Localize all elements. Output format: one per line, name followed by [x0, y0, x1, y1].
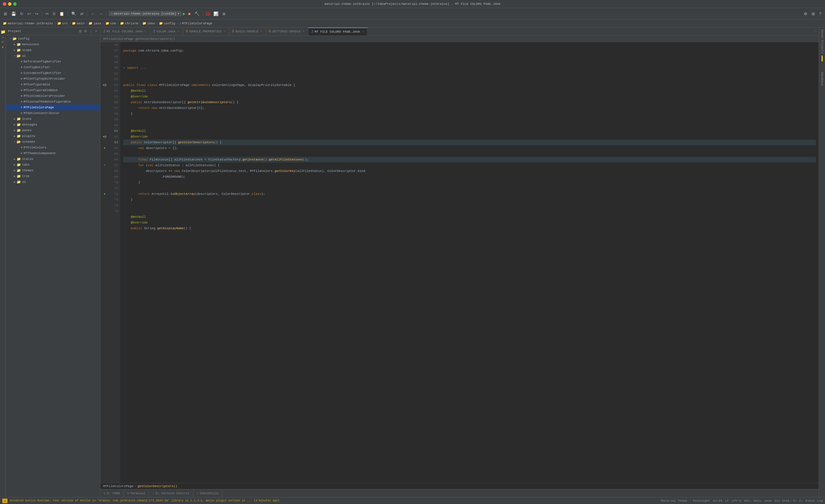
- run-button[interactable]: ▶: [183, 11, 185, 17]
- save-button[interactable]: 💾: [10, 11, 17, 17]
- tree-item-tree[interactable]: ▶ 📁 tree: [6, 173, 100, 179]
- window-controls[interactable]: [3, 2, 17, 6]
- tree-item-tabs[interactable]: ▶ 📁 tabs: [6, 162, 100, 168]
- debug-button[interactable]: 🐞: [205, 11, 211, 17]
- tree-item-before-config[interactable]: ● BeforeConfigNotifier: [6, 59, 100, 65]
- status-event-log[interactable]: Event Log: [806, 499, 823, 503]
- tab-close-build-gradle[interactable]: ×: [260, 30, 263, 33]
- bc-main[interactable]: 📁 main: [72, 21, 84, 25]
- maximize-button[interactable]: [13, 2, 17, 6]
- bc-idea[interactable]: 📁 idea: [142, 21, 155, 25]
- tree-item-mt-configurable-base[interactable]: ● MTConfigurableBase: [6, 87, 100, 93]
- tree-item-config[interactable]: ▾ 📂 config: [6, 36, 100, 42]
- tab-settings-gradle[interactable]: G SETTINGS.GRADLE ×: [266, 28, 308, 35]
- build-button[interactable]: 🔨: [193, 11, 201, 17]
- run-config[interactable]: ⊙ material-theme-jetbrains [runIde] ▾: [108, 11, 181, 16]
- bottom-tab-terminal[interactable]: ⌨ Terminal: [124, 489, 149, 497]
- tree-item-mt-option-contributor[interactable]: ● MTOptionContributor: [6, 110, 100, 116]
- bc-src[interactable]: 📁 src: [57, 21, 68, 25]
- bottom-tab-checkstyle[interactable]: ✓ CheckStyle: [194, 489, 223, 497]
- status-git[interactable]: Git: docs: [744, 499, 761, 503]
- tree-item-mt-themes-component[interactable]: ● MTThemesComponent: [6, 150, 100, 156]
- bc-java[interactable]: 📁 java: [88, 21, 101, 25]
- close-button[interactable]: [3, 2, 6, 6]
- status-git-stat[interactable]: Git Stat: 5↑ 2↓: [774, 499, 803, 503]
- bc-config[interactable]: 📁 config: [159, 21, 175, 25]
- favorites-icon[interactable]: ★: [0, 44, 5, 50]
- tab-close-settings-gradle[interactable]: ×: [302, 30, 305, 33]
- tab-mt-file-colors-java[interactable]: J MT FILE COLORS.JAVA ×: [100, 28, 150, 35]
- tree-item-ui[interactable]: ▾ 📂 ui: [6, 53, 100, 59]
- project-layout-btn[interactable]: ⊞: [78, 29, 82, 34]
- database-icon[interactable]: Database: [820, 71, 824, 86]
- sync-button[interactable]: ↻: [19, 11, 25, 17]
- tree-item-schemes[interactable]: ▾ 📂 schemes: [6, 139, 100, 145]
- forward-button[interactable]: →: [97, 11, 104, 17]
- search-button[interactable]: 🔍: [70, 11, 78, 17]
- status-java[interactable]: Java: [764, 499, 771, 503]
- tree-item-mt-custom-colors[interactable]: ● MTCustomColorsProvider: [6, 93, 100, 99]
- bc-com[interactable]: 📁 com: [105, 21, 116, 25]
- tab-build-gradle[interactable]: G BUILD.GRADLE ×: [229, 28, 266, 35]
- tree-item-ui-bottom[interactable]: ▶ 📁 ui: [6, 179, 100, 185]
- bc-root[interactable]: 📁 material-theme-jetbrains: [3, 21, 53, 25]
- tree-item-mt-config-top[interactable]: ● MTConfigTopHitProvider: [6, 76, 100, 82]
- settings-button[interactable]: ⚙: [802, 11, 809, 17]
- tab-close-gradle-props[interactable]: ×: [223, 30, 226, 33]
- cut-button[interactable]: ✂: [44, 11, 51, 17]
- undo-button[interactable]: ↩: [26, 11, 32, 17]
- tree-item-messages[interactable]: ▶ 📁 messages: [6, 122, 100, 128]
- status-theme[interactable]: Material Theme - Palenight: [661, 499, 710, 503]
- tab-overflow-btn[interactable]: ⋮: [811, 29, 819, 35]
- back-button[interactable]: ←: [89, 11, 96, 17]
- bc-chrisrm[interactable]: 📁 chrisrm: [120, 21, 138, 25]
- bottom-tab-todo[interactable]: ☑ 6: TODO: [100, 489, 124, 497]
- tree-item-scope[interactable]: ▶ 📁 scope: [6, 47, 100, 53]
- project-view-button[interactable]: ⊞: [2, 11, 9, 17]
- tab-close-mt-file-colors[interactable]: ×: [144, 30, 147, 33]
- tree-item-plugins[interactable]: ▶ 📁 plugins: [6, 133, 100, 139]
- editor-content[interactable]: ● @ ● @: [100, 42, 819, 483]
- layout-button[interactable]: ⊞: [810, 11, 816, 17]
- coverage-button[interactable]: ⊕: [221, 11, 227, 17]
- status-position[interactable]: 63:95: [713, 499, 722, 503]
- tab-mt-file-colors-page[interactable]: J MT FILE COLORS PAGE.JAVA ×: [308, 27, 368, 35]
- tree-item-config-notifier[interactable]: ● ConfigNotifier: [6, 65, 100, 70]
- profile-button[interactable]: 📊: [212, 11, 220, 17]
- project-close-btn[interactable]: ×: [94, 29, 98, 34]
- tree-item-status[interactable]: ▶ 📁 status: [6, 156, 100, 162]
- stop-button[interactable]: ■: [187, 11, 192, 17]
- tab-close-mt-file-colors-page[interactable]: ×: [362, 30, 365, 33]
- nav-icon[interactable]: ⊞: [0, 40, 5, 44]
- status-line-ending[interactable]: LF: [725, 499, 729, 503]
- tab-color-java[interactable]: J COLOR.JAVA ×: [150, 28, 183, 35]
- tab-close-color[interactable]: ×: [177, 30, 180, 33]
- project-gear-btn[interactable]: ⋮: [89, 29, 93, 34]
- status-encoding[interactable]: UTF-8: [732, 499, 741, 503]
- tab-gradle-properties[interactable]: G GRADLE.PROPERTIES ×: [183, 28, 229, 35]
- minimize-button[interactable]: [8, 2, 11, 6]
- project-tree[interactable]: ▾ 📂 config ▶ 📁 menuicons ▶ 📁 scope: [6, 35, 100, 497]
- tree-item-icons[interactable]: ▶ 📁 icons: [6, 116, 100, 122]
- code-area[interactable]: package com.chrisrm.idea.config; + impor…: [120, 42, 819, 483]
- tree-item-mt-file-colors[interactable]: ● MTFileColors: [6, 145, 100, 150]
- structure-icon[interactable]: ≡: [1, 36, 5, 40]
- folder-status-icon: 📁: [17, 157, 21, 161]
- redo-button[interactable]: ↪: [33, 11, 40, 17]
- bottom-tab-version-control[interactable]: ↑ 9: Version Control: [149, 489, 193, 497]
- tree-item-mt-file-colors-page[interactable]: ● MTFileColorsPage: [6, 104, 100, 110]
- bc-file[interactable]: J MTFileColorsPage: [179, 22, 212, 25]
- tree-item-mt-custom-theme[interactable]: ● MTCustomThemeConfigurable: [6, 99, 100, 104]
- tree-item-panes[interactable]: ▶ 📁 panes: [6, 128, 100, 133]
- maven-icon[interactable]: Maven Projects: [820, 29, 824, 55]
- copy-button[interactable]: ⎘: [52, 11, 57, 17]
- paste-button[interactable]: 📋: [58, 11, 66, 17]
- tree-item-mt-configurable[interactable]: ● MTConfigurable: [6, 82, 100, 87]
- replace-button[interactable]: ⇄: [79, 11, 85, 17]
- tree-item-themes[interactable]: ▶ 📁 themes: [6, 168, 100, 173]
- project-settings-btn[interactable]: ⚙: [83, 29, 88, 34]
- tree-item-custom-config-notifier[interactable]: ● CustomConfigNotifier: [6, 70, 100, 76]
- tree-item-menuicons[interactable]: ▶ 📁 menuicons: [6, 42, 100, 47]
- project-icon[interactable]: 📁: [0, 29, 6, 35]
- help-button[interactable]: ?: [818, 11, 823, 17]
